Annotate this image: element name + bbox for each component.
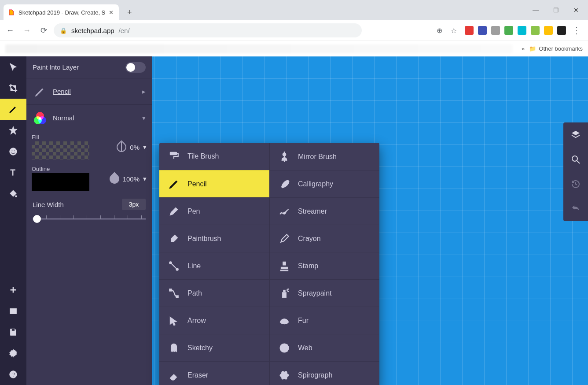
search-button[interactable] xyxy=(563,147,588,172)
new-button[interactable] xyxy=(0,279,26,300)
select-tool[interactable] xyxy=(0,56,26,78)
brush-pen[interactable]: Pen xyxy=(159,197,269,225)
outline-label: Outline xyxy=(26,163,95,173)
brush-path[interactable]: Path xyxy=(159,279,269,307)
brush-label: Spirograph xyxy=(298,371,332,379)
extension-icon[interactable] xyxy=(544,26,553,35)
reload-button[interactable]: ⟳ xyxy=(37,24,50,37)
brush-sketchy[interactable]: Sketchy xyxy=(159,334,269,361)
layers-button[interactable] xyxy=(563,122,588,147)
tab-strip: Sketchpad 2019 - Draw, Create, S ✕ + — ☐… xyxy=(0,0,588,20)
svg-point-27 xyxy=(572,156,577,161)
window-controls: — ☐ ✕ xyxy=(526,0,588,20)
outline-swatch[interactable] xyxy=(32,173,89,191)
browser-tab[interactable]: Sketchpad 2019 - Draw, Create, S ✕ xyxy=(4,4,119,20)
history-button[interactable] xyxy=(563,172,588,196)
browser-menu-button[interactable]: ⋮ xyxy=(572,25,581,36)
brush-web[interactable]: Web xyxy=(269,334,379,361)
zoom-plus-icon[interactable]: ⊕ xyxy=(437,26,445,34)
pencil-icon xyxy=(167,178,180,191)
extension-icon[interactable] xyxy=(465,26,474,35)
save-button[interactable] xyxy=(0,322,26,343)
close-tab-icon[interactable]: ✕ xyxy=(109,9,114,16)
brush-fur[interactable]: Fur xyxy=(269,307,379,334)
extension-icon[interactable] xyxy=(531,26,540,35)
brush-label: Tile Brush xyxy=(187,152,219,160)
extension-icon[interactable] xyxy=(504,26,513,35)
fill-row: Fill 0% ▾ xyxy=(26,131,152,163)
line-width-label: Line Width xyxy=(33,201,64,208)
extension-icon[interactable] xyxy=(491,26,500,35)
undo-button[interactable] xyxy=(563,196,588,221)
url-host: sketchpad.app xyxy=(71,27,114,34)
brush-arrow[interactable]: Arrow xyxy=(159,307,269,334)
settings-button[interactable] xyxy=(0,343,26,364)
text-tool[interactable]: T xyxy=(0,162,26,183)
bookmark-items[interactable] xyxy=(5,44,513,53)
brush-calligraphy[interactable]: Calligraphy xyxy=(269,170,379,197)
brush-picker-menu: Tile Brush Mirror Brush Pencil Calligrap… xyxy=(159,143,379,385)
fill-swatch[interactable] xyxy=(32,141,89,159)
forward-button[interactable]: → xyxy=(20,24,33,37)
brush-stamp[interactable]: Stamp xyxy=(269,252,379,279)
brush-pencil[interactable]: Pencil xyxy=(159,170,269,197)
paint-into-layer-label: Paint Into Layer xyxy=(33,63,79,71)
slider-thumb[interactable] xyxy=(33,215,41,223)
brush-mirror-brush[interactable]: Mirror Brush xyxy=(269,143,379,170)
svg-rect-5 xyxy=(10,309,17,314)
bookmark-star-icon[interactable]: ☆ xyxy=(451,26,459,34)
shape-tool[interactable] xyxy=(0,120,26,141)
fill-tool[interactable] xyxy=(0,183,26,204)
svg-rect-17 xyxy=(283,290,285,292)
url-path: /en/ xyxy=(119,27,130,34)
brush-label: Calligraphy xyxy=(298,180,333,188)
help-button[interactable]: ? xyxy=(0,364,26,385)
brush-streamer[interactable]: Streamer xyxy=(269,197,379,225)
extensions xyxy=(465,26,566,35)
svg-text:T: T xyxy=(11,168,15,177)
spray-icon xyxy=(278,287,291,300)
opacity-full-icon xyxy=(107,172,121,185)
minimize-button[interactable]: — xyxy=(526,3,546,17)
blend-mode-label: Normal xyxy=(53,114,74,122)
draw-tool[interactable] xyxy=(0,99,26,120)
brush-crayon[interactable]: Crayon xyxy=(269,225,379,252)
blend-mode-row[interactable]: Normal ▾ xyxy=(26,105,152,131)
brush-eraser[interactable]: Eraser xyxy=(159,361,269,385)
svg-point-0 xyxy=(10,148,17,155)
other-bookmarks-link[interactable]: Other bookmarks xyxy=(539,45,583,52)
arrow-icon xyxy=(167,314,180,327)
fill-opacity-value: 0% xyxy=(130,144,140,151)
svg-point-20 xyxy=(288,289,289,289)
open-button[interactable] xyxy=(0,300,26,322)
omnibox[interactable]: 🔒 sketchpad.app/en/ xyxy=(54,23,362,37)
back-button[interactable]: ← xyxy=(4,24,17,37)
brush-paintbrush[interactable]: Paintbrush xyxy=(159,225,269,252)
streamer-icon xyxy=(278,205,291,218)
clipart-tool[interactable] xyxy=(0,141,26,162)
line-width-input[interactable] xyxy=(122,199,146,210)
maximize-button[interactable]: ☐ xyxy=(546,3,566,17)
fill-opacity-control[interactable]: 0% ▾ xyxy=(95,131,152,163)
crop-tool[interactable] xyxy=(0,78,26,99)
brush-select-label: Pencil xyxy=(53,88,71,95)
extension-icon[interactable] xyxy=(518,26,526,35)
folder-icon: 📁 xyxy=(529,45,536,52)
brush-spraypaint[interactable]: Spraypaint xyxy=(269,279,379,307)
brush-tile-brush[interactable]: Tile Brush xyxy=(159,143,269,170)
new-tab-button[interactable]: + xyxy=(123,6,136,19)
atom-icon xyxy=(278,369,291,382)
extension-icon[interactable] xyxy=(478,26,487,35)
svg-point-4 xyxy=(15,196,17,197)
brush-select-row[interactable]: Pencil ▸ xyxy=(26,78,152,105)
outline-opacity-control[interactable]: 100% ▾ xyxy=(95,163,152,195)
brush-spirograph[interactable]: Spirograph xyxy=(269,361,379,385)
close-window-button[interactable]: ✕ xyxy=(566,3,586,17)
extension-icon[interactable] xyxy=(557,26,566,35)
paint-into-layer-toggle[interactable] xyxy=(125,62,146,73)
line-width-slider[interactable] xyxy=(33,217,146,221)
left-tool-rail: T ? xyxy=(0,56,26,385)
roller-icon xyxy=(167,150,180,163)
bookmarks-overflow-icon[interactable]: » xyxy=(522,45,525,52)
brush-line[interactable]: Line xyxy=(159,252,269,279)
